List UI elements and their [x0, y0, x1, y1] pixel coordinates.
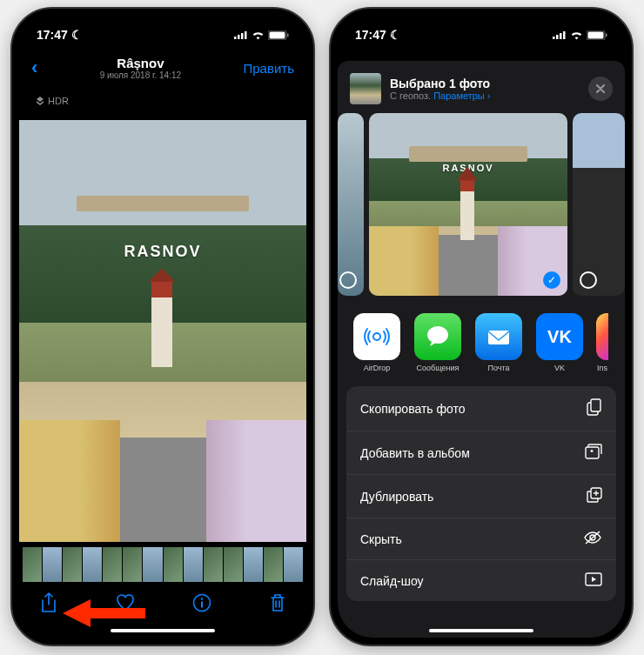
wifi-icon — [252, 30, 265, 40]
phone-right: 17:47 ☾ Выбрано 1 фото С геопоз. Парамет… — [329, 7, 634, 646]
preview-carousel[interactable]: RASNOV ✓ — [338, 113, 625, 304]
options-link[interactable]: Параметры › — [433, 90, 490, 101]
svg-rect-5 — [270, 31, 285, 38]
hide-icon — [583, 531, 602, 547]
action-add-to-album[interactable]: Добавить в альбом — [346, 431, 616, 475]
photo-header: ‹ Râșnov 9 июля 2018 г. 14:12 Править — [19, 54, 306, 85]
share-app-row: AirDrop Сообщения Почта VK VK — [338, 304, 625, 386]
action-duplicate[interactable]: Дублировать — [346, 475, 616, 518]
svg-rect-6 — [287, 33, 289, 37]
geo-label: С геопоз. — [390, 90, 431, 101]
close-button[interactable] — [588, 77, 613, 101]
share-app-mail[interactable]: Почта — [472, 313, 526, 372]
slideshow-icon — [585, 572, 602, 589]
vk-icon: VK — [536, 313, 583, 360]
svg-rect-9 — [201, 602, 203, 608]
status-time: 17:47 — [37, 28, 68, 42]
phone-left: 17:47 ☾ ‹ Râșnov 9 июля 2018 г. 14:12 Пр… — [10, 7, 315, 646]
signal-icon — [553, 30, 567, 39]
share-app-vk[interactable]: VK VK — [533, 313, 587, 372]
moon-icon: ☾ — [390, 28, 401, 42]
sheet-thumbnail — [350, 73, 381, 104]
battery-icon — [587, 30, 607, 40]
info-button[interactable] — [192, 593, 211, 616]
selection-circle[interactable] — [580, 271, 597, 289]
svg-rect-19 — [488, 331, 509, 344]
wifi-icon — [570, 30, 583, 40]
action-list: Скопировать фото Добавить в альбом Дубли… — [346, 386, 616, 601]
mail-icon — [475, 313, 522, 360]
share-app-messages[interactable]: Сообщения — [411, 313, 465, 372]
copy-icon — [587, 398, 602, 418]
bottom-toolbar — [19, 582, 306, 627]
svg-rect-16 — [606, 33, 607, 37]
svg-rect-15 — [588, 31, 604, 38]
hill-sign-text: RASNOV — [124, 243, 201, 261]
album-add-icon — [585, 444, 602, 462]
svg-rect-2 — [241, 33, 244, 39]
edit-button[interactable]: Править — [244, 61, 295, 76]
share-app-instagram[interactable]: Ins — [594, 313, 611, 372]
thumbnail-strip[interactable] — [19, 547, 306, 582]
svg-rect-0 — [234, 37, 237, 39]
svg-point-18 — [427, 326, 448, 344]
svg-rect-13 — [563, 31, 566, 39]
svg-rect-3 — [245, 31, 247, 39]
duplicate-icon — [587, 487, 602, 505]
status-time: 17:47 — [355, 28, 386, 42]
action-slideshow[interactable]: Слайд-шоу — [346, 560, 616, 601]
back-button[interactable]: ‹ — [31, 57, 37, 79]
home-indicator[interactable] — [429, 629, 533, 632]
svg-point-17 — [373, 333, 380, 340]
sheet-title: Выбрано 1 фото — [390, 77, 490, 90]
svg-rect-10 — [553, 37, 555, 39]
share-sheet: Выбрано 1 фото С геопоз. Параметры › — [338, 61, 625, 638]
notch — [109, 9, 218, 33]
favorite-button[interactable] — [116, 594, 135, 615]
notch — [427, 9, 536, 33]
svg-rect-21 — [586, 447, 599, 458]
trash-button[interactable] — [270, 593, 285, 616]
main-photo[interactable]: RASNOV — [19, 120, 306, 542]
photo-location-title: Râșnov — [37, 56, 243, 70]
action-copy-photo[interactable]: Скопировать фото — [346, 386, 616, 431]
preview-item-selected[interactable]: RASNOV ✓ — [369, 113, 567, 296]
selection-circle-checked[interactable]: ✓ — [543, 271, 560, 289]
svg-line-24 — [586, 531, 600, 544]
share-app-airdrop[interactable]: AirDrop — [350, 313, 404, 372]
svg-rect-12 — [560, 33, 562, 39]
action-hide[interactable]: Скрыть — [346, 518, 616, 560]
signal-icon — [234, 30, 248, 39]
moon-icon: ☾ — [71, 28, 83, 42]
preview-item-prev[interactable] — [338, 113, 364, 296]
hdr-badge: HDR — [35, 96, 69, 106]
svg-rect-20 — [591, 399, 600, 411]
messages-icon — [414, 313, 461, 360]
preview-item-next[interactable] — [573, 113, 625, 296]
svg-rect-11 — [556, 35, 559, 39]
svg-point-8 — [201, 598, 203, 599]
instagram-icon — [596, 313, 608, 360]
airdrop-icon — [353, 313, 400, 360]
share-button[interactable] — [40, 592, 57, 617]
battery-icon — [268, 30, 289, 40]
svg-rect-1 — [238, 35, 240, 39]
photo-date-subtitle: 9 июля 2018 г. 14:12 — [37, 70, 243, 80]
selection-circle[interactable] — [339, 271, 357, 289]
home-indicator[interactable] — [111, 629, 215, 632]
